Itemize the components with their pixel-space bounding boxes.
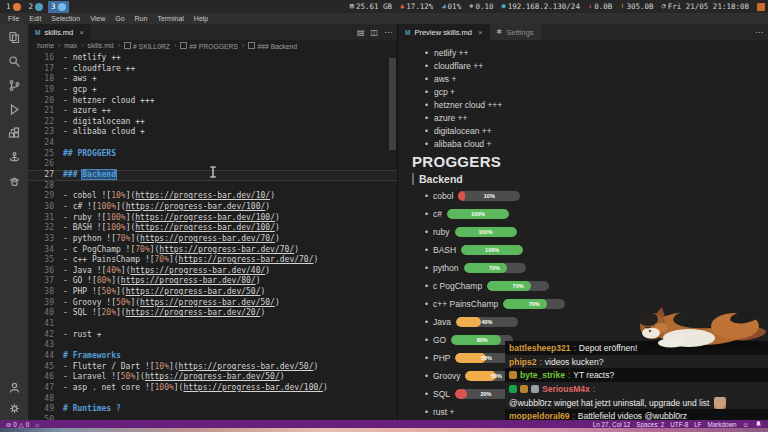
code-text: - GO ![80%](https://progress-bar.dev/80/… [63,276,261,287]
breadcrumb-item[interactable]: ### Backend [248,42,297,50]
code-line[interactable]: 22- digitalocean ++ [28,117,397,128]
open-preview-icon[interactable]: ▤ [357,28,365,37]
code-line[interactable]: 36- Java ![40%](https://progress-bar.dev… [28,266,397,277]
breadcrumb-item[interactable]: skills.md [88,42,114,49]
code-line[interactable]: 21- azure ++ [28,106,397,117]
editor-scrollbar[interactable] [389,58,396,150]
breadcrumb-item[interactable]: home [37,42,54,49]
line-number: 47 [28,383,63,394]
code-text: ### Backend [63,170,116,181]
code-line[interactable]: 25## PROGGERS [28,149,397,160]
run-debug-icon[interactable] [8,103,21,116]
menu-item-view[interactable]: View [85,15,110,22]
stat-value: 305.0B [626,2,653,11]
stat-value: 25.61 GB [356,2,392,11]
code-line[interactable]: 23- alibaba cloud + [28,127,397,138]
menu-item-selection[interactable]: Selection [46,15,85,22]
breadcrumb-item[interactable]: ## PROGGERS [180,42,238,50]
code-line[interactable]: 38- PHP ![50%](https://progress-bar.dev/… [28,287,397,298]
code-text: - PHP ![50%](https://progress-bar.dev/50… [63,287,265,298]
code-line[interactable]: 35- c++ PainsChamp ![70%](https://progre… [28,255,397,266]
code-line[interactable]: 20- hetzner cloud +++ [28,96,397,107]
code-line[interactable]: 34- c PogChamp ![70%](https://progress-b… [28,245,397,256]
files-icon[interactable] [8,31,21,44]
menu-item-run[interactable]: Run [130,15,153,22]
tab-preview-skills-md[interactable]: M Preview skills.md × [398,24,490,40]
status-item[interactable]: Markdown [708,421,737,428]
code-editor[interactable]: 16- netlify ++17- cloudflare ++18- aws +… [28,51,397,420]
breadcrumb-item[interactable]: max [64,42,77,49]
line-number: 39 [28,298,63,309]
status-item[interactable]: UTF-8 [670,421,688,428]
menu-item-file[interactable]: File [3,15,24,22]
list-item-label: cloudflare ++ [434,61,483,71]
code-line[interactable]: 44# Frameworks [28,351,397,362]
home-icon[interactable]: ⌂ [35,421,39,428]
settings-icon[interactable] [8,402,21,415]
menu-item-help[interactable]: Help [189,15,213,22]
split-editor-icon[interactable]: ◫ [370,28,378,37]
code-line[interactable]: 48 [28,394,397,405]
markdown-preview-icon: M [405,29,410,36]
status-item[interactable]: Spaces: 2 [636,421,664,428]
code-line[interactable]: 33- python ![70%](https://progress-bar.d… [28,234,397,245]
tray-icon[interactable] [757,3,765,11]
code-line[interactable]: 24 [28,138,397,149]
close-icon[interactable]: × [79,28,84,37]
code-line[interactable]: 28 [28,181,397,192]
status-item[interactable]: LF [694,421,701,428]
code-line[interactable]: 16- netlify ++ [28,53,397,64]
workspace-button-1[interactable]: 1 [3,1,24,13]
more-actions-icon[interactable]: ⋯ [384,28,392,37]
code-line[interactable]: 18- aws + [28,74,397,85]
problems-indicator[interactable]: ⊘0 △0 [6,421,29,428]
code-line[interactable]: 43 [28,340,397,351]
bullet-icon: • [425,371,428,381]
status-item[interactable]: Ln 27, Col 12 [593,421,630,428]
chat-colon: : [568,370,570,380]
breadcrumb-item[interactable]: # SKILL0RZ [124,42,170,50]
code-line[interactable]: 39- Groovy ![50%](https://progress-bar.d… [28,298,397,309]
line-number: 23 [28,127,63,138]
menu-item-edit[interactable]: Edit [24,15,46,22]
code-text: - rust + [63,330,102,341]
code-line[interactable]: 31- ruby ![100%](https://progress-bar.de… [28,213,397,224]
code-line[interactable]: 40- SQL ![20%](https://progress-bar.dev/… [28,308,397,319]
symbol-icon [180,42,187,49]
remote-icon[interactable] [8,151,21,164]
close-icon[interactable]: × [478,28,483,37]
workspace-button-2[interactable]: 2 [26,1,47,13]
code-line[interactable]: 17- cloudflare ++ [28,64,397,75]
bullet-icon: • [425,139,428,149]
line-number: 17 [28,64,63,75]
code-text: - c PogChamp ![70%](https://progress-bar… [63,245,299,256]
extensions-icon[interactable] [8,127,21,140]
tab-skills-md[interactable]: M skills.md × [28,24,91,40]
code-line[interactable]: 19- gcp + [28,85,397,96]
code-line[interactable]: 32- BASH ![100%](https://progress-bar.de… [28,223,397,234]
bullet-icon: • [425,245,428,255]
workspace-button-3[interactable]: 3 [48,1,69,13]
feedback-icon[interactable]: ☺ [743,421,749,428]
menu-item-terminal[interactable]: Terminal [152,15,188,22]
source-control-icon[interactable] [8,79,21,92]
menu-item-go[interactable]: Go [110,15,129,22]
more-actions-icon[interactable]: ⋯ [755,28,763,37]
tab-settings[interactable]: ✱ Settings [490,24,541,40]
code-line[interactable]: 29- cobol ![10%](https://progress-bar.de… [28,191,397,202]
code-line[interactable]: 41 [28,319,397,330]
account-icon[interactable] [8,381,21,394]
code-line[interactable]: 42- rust + [28,330,397,341]
code-line[interactable]: 49# Runtimes ? [28,404,397,415]
code-line[interactable]: 37- GO ![80%](https://progress-bar.dev/8… [28,276,397,287]
tests-icon[interactable] [8,175,21,188]
list-item-label: hetzner cloud +++ [434,100,502,110]
code-line[interactable]: 46- Laravel ![50%](https://progress-bar.… [28,372,397,383]
chat-colon: : [573,343,575,353]
notifications-icon[interactable] [755,420,762,428]
code-line[interactable]: 47- asp . net core ![100%](https://progr… [28,383,397,394]
chat-text: videos kucken? [545,357,604,367]
search-icon[interactable] [8,55,21,68]
code-line[interactable]: 30- c# ![100%](https://progress-bar.dev/… [28,202,397,213]
code-line[interactable]: 45- Flutter / Dart ![10%](https://progre… [28,362,397,373]
